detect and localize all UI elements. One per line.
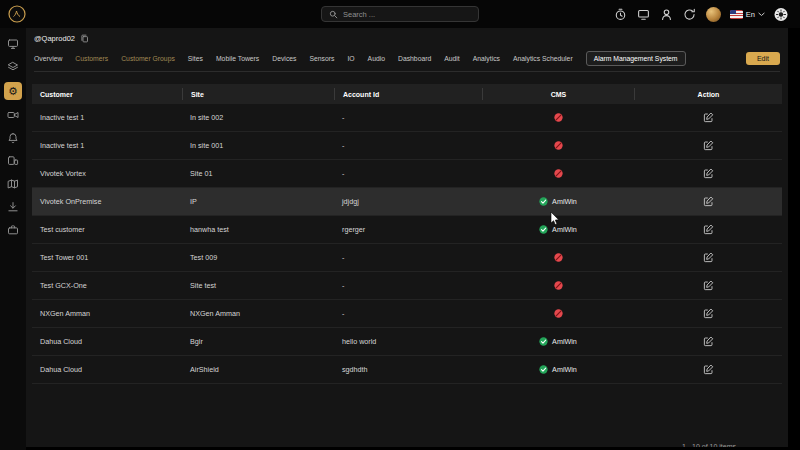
table-row[interactable]: Vivotek OnPremiseIPjdjdgjAmiWin bbox=[32, 188, 782, 216]
cell-customer: Dahua Cloud bbox=[32, 365, 182, 374]
cell-action[interactable] bbox=[634, 364, 782, 375]
table-row[interactable]: Vivotek VortexSite 01- bbox=[32, 160, 782, 188]
cell-cms: AmiWin bbox=[482, 365, 634, 374]
table-header: CustomerSiteAccount IdCMSAction bbox=[32, 84, 782, 104]
column-header-action: Action bbox=[634, 88, 782, 100]
cell-action[interactable] bbox=[634, 196, 782, 207]
clock-icon[interactable] bbox=[614, 7, 628, 21]
cell-cms bbox=[482, 113, 634, 122]
column-header-account-id: Account Id bbox=[334, 88, 482, 100]
search-input[interactable]: Search ... bbox=[321, 6, 479, 22]
cms-connected-icon bbox=[539, 225, 548, 234]
tab-customer-groups[interactable]: Customer Groups bbox=[121, 55, 175, 62]
tab-alarm-management-system[interactable]: Alarm Management System bbox=[586, 51, 686, 66]
edit-row-icon[interactable] bbox=[703, 112, 714, 123]
language-selector[interactable]: En bbox=[730, 10, 765, 19]
cell-customer: NXGen Amman bbox=[32, 309, 182, 318]
column-header-customer: Customer bbox=[32, 88, 182, 100]
tab-overview[interactable]: Overview bbox=[34, 55, 62, 62]
cell-action[interactable] bbox=[634, 140, 782, 151]
cell-action[interactable] bbox=[634, 252, 782, 263]
theme-toggle-icon[interactable] bbox=[774, 7, 788, 21]
edit-row-icon[interactable] bbox=[703, 168, 714, 179]
sidebar-item-layers[interactable] bbox=[4, 59, 22, 75]
tab-io[interactable]: IO bbox=[347, 55, 354, 62]
cell-account-id: jdjdgj bbox=[334, 197, 482, 206]
monitor-icon[interactable] bbox=[637, 7, 651, 21]
table-row[interactable]: Inactive test 1In site 001- bbox=[32, 132, 782, 160]
account-name: @Qaprod02 bbox=[34, 34, 75, 43]
cell-cms bbox=[482, 141, 634, 150]
sidebar-item-devices[interactable] bbox=[4, 153, 22, 169]
tab-devices[interactable]: Devices bbox=[272, 55, 296, 62]
user-icon[interactable] bbox=[660, 7, 674, 21]
cms-disabled-icon bbox=[554, 113, 563, 122]
cell-site: In site 002 bbox=[182, 113, 334, 122]
edit-row-icon[interactable] bbox=[703, 308, 714, 319]
edit-row-icon[interactable] bbox=[703, 336, 714, 347]
refresh-icon[interactable] bbox=[683, 7, 697, 21]
map-icon bbox=[7, 178, 19, 190]
edit-row-icon[interactable] bbox=[703, 280, 714, 291]
table-row[interactable]: Test customerhanwha testrgergerAmiWin bbox=[32, 216, 782, 244]
bell-icon bbox=[7, 132, 19, 144]
cell-customer: Inactive test 1 bbox=[32, 141, 182, 150]
tab-mobile-towers[interactable]: Mobile Towers bbox=[216, 55, 259, 62]
sidebar-item-settings[interactable]: ⚙ bbox=[4, 82, 22, 100]
topbar-actions: En bbox=[614, 0, 788, 28]
cell-action[interactable] bbox=[634, 112, 782, 123]
cell-action[interactable] bbox=[634, 280, 782, 291]
cell-cms bbox=[482, 169, 634, 178]
sidebar-item-download[interactable] bbox=[4, 199, 22, 215]
cell-site: IP bbox=[182, 197, 334, 206]
cell-site: AirShield bbox=[182, 365, 334, 374]
edit-row-icon[interactable] bbox=[703, 364, 714, 375]
settings-icon: ⚙ bbox=[8, 86, 18, 97]
cms-name: AmiWin bbox=[552, 337, 577, 346]
sidebar-item-map[interactable] bbox=[4, 176, 22, 192]
edit-row-icon[interactable] bbox=[703, 140, 714, 151]
column-header-site: Site bbox=[182, 88, 334, 100]
cell-customer: Vivotek Vortex bbox=[32, 169, 182, 178]
table-row[interactable]: Dahua CloudAirShieldsgdhdthAmiWin bbox=[32, 356, 782, 384]
tab-analytics[interactable]: Analytics bbox=[473, 55, 500, 62]
table-row[interactable]: Inactive test 1In site 002- bbox=[32, 104, 782, 132]
app-logo[interactable] bbox=[8, 5, 26, 23]
cell-account-id: - bbox=[334, 169, 482, 178]
cell-action[interactable] bbox=[634, 168, 782, 179]
cell-action[interactable] bbox=[634, 308, 782, 319]
tab-customers[interactable]: Customers bbox=[75, 55, 108, 62]
table-row[interactable]: Test GCX-OneSite test- bbox=[32, 272, 782, 300]
sidebar-item-bell[interactable] bbox=[4, 130, 22, 146]
cell-action[interactable] bbox=[634, 224, 782, 235]
edit-row-icon[interactable] bbox=[703, 196, 714, 207]
cms-disabled-icon bbox=[554, 141, 563, 150]
copy-icon[interactable] bbox=[80, 34, 89, 43]
cms-disabled-icon bbox=[554, 281, 563, 290]
sidebar-item-display[interactable] bbox=[4, 36, 22, 52]
tab-analytics-scheduler[interactable]: Analytics Scheduler bbox=[513, 55, 573, 62]
tab-dashboard[interactable]: Dashboard bbox=[398, 55, 431, 62]
tab-audio[interactable]: Audio bbox=[368, 55, 385, 62]
account-line: @Qaprod02 bbox=[34, 34, 788, 43]
tab-audit[interactable]: Audit bbox=[444, 55, 460, 62]
tab-sensors[interactable]: Sensors bbox=[309, 55, 334, 62]
table-row[interactable]: Dahua CloudBglrhello worldAmiWin bbox=[32, 328, 782, 356]
devices-icon bbox=[7, 155, 19, 167]
table-row[interactable]: NXGen AmmanNXGen Amman- bbox=[32, 300, 782, 328]
edit-row-icon[interactable] bbox=[703, 252, 714, 263]
pagination[interactable]: 1 - 10 of 10 items bbox=[682, 443, 736, 447]
cell-customer: Vivotek OnPremise bbox=[32, 197, 182, 206]
cell-customer: Inactive test 1 bbox=[32, 113, 182, 122]
cell-action[interactable] bbox=[634, 336, 782, 347]
cell-site: hanwha test bbox=[182, 225, 334, 234]
cms-connected-icon bbox=[539, 337, 548, 346]
tab-sites[interactable]: Sites bbox=[188, 55, 203, 62]
sidebar-item-camera[interactable] bbox=[4, 107, 22, 123]
edit-button[interactable]: Edit bbox=[746, 52, 780, 65]
user-avatar[interactable] bbox=[706, 7, 721, 22]
edit-row-icon[interactable] bbox=[703, 224, 714, 235]
search-placeholder: Search ... bbox=[343, 10, 375, 19]
table-row[interactable]: Test Tower 001Test 009- bbox=[32, 244, 782, 272]
sidebar-item-briefcase[interactable] bbox=[4, 222, 22, 238]
